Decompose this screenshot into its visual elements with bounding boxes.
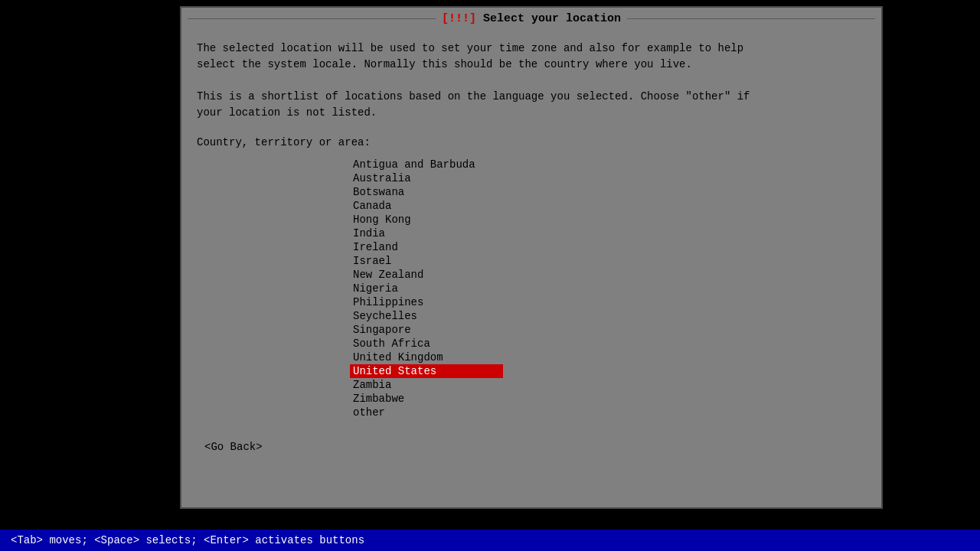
list-item[interactable]: United States — [350, 364, 503, 378]
buttons-row: <Go Back> — [197, 435, 866, 459]
list-item[interactable]: Zimbabwe — [350, 392, 503, 406]
desc-line4: your location is not listed. — [197, 105, 866, 121]
dialog-wrapper: [!!!] Select your location The selected … — [180, 6, 883, 509]
list-item[interactable]: Nigeria — [350, 282, 503, 295]
list-item[interactable]: Ireland — [350, 240, 503, 254]
list-item[interactable]: Antigua and Barbuda — [350, 158, 503, 171]
list-item[interactable]: United Kingdom — [350, 350, 503, 364]
list-item[interactable]: New Zealand — [350, 268, 503, 282]
list-item[interactable]: Seychelles — [350, 309, 503, 323]
list-item[interactable]: Botswana — [350, 185, 503, 199]
title-prefix: [!!!] — [442, 12, 476, 25]
list-item[interactable]: Israel — [350, 254, 503, 268]
title-bar-line-left — [188, 18, 436, 19]
list-item[interactable]: Hong Kong — [350, 213, 503, 227]
list-item[interactable]: South Africa — [350, 337, 503, 350]
list-item[interactable]: Singapore — [350, 323, 503, 337]
title-bar: [!!!] Select your location — [181, 8, 881, 28]
go-back-button[interactable]: <Go Back> — [204, 441, 263, 453]
desc-line3: This is a shortlist of locations based o… — [197, 89, 866, 105]
list-item[interactable]: Australia — [350, 171, 503, 185]
dialog-content: The selected location will be used to se… — [181, 28, 881, 472]
list-item[interactable]: other — [350, 406, 503, 419]
country-list: Antigua and BarbudaAustraliaBotswanaCana… — [350, 158, 866, 419]
list-item[interactable]: Philippines — [350, 295, 503, 309]
list-item[interactable]: Zambia — [350, 378, 503, 392]
country-label: Country, territory or area: — [197, 136, 866, 148]
dialog-title: [!!!] Select your location — [442, 12, 621, 25]
title-suffix: Select your location — [476, 12, 621, 25]
title-bar-line-right — [627, 18, 875, 19]
outer-container: [!!!] Select your location The selected … — [0, 0, 980, 551]
status-bar: <Tab> moves; <Space> selects; <Enter> ac… — [0, 530, 980, 551]
list-item[interactable]: India — [350, 227, 503, 240]
desc-line1: The selected location will be used to se… — [197, 41, 866, 57]
list-item[interactable]: Canada — [350, 199, 503, 213]
description-block: The selected location will be used to se… — [197, 41, 866, 121]
desc-line2: select the system locale. Normally this … — [197, 57, 866, 73]
